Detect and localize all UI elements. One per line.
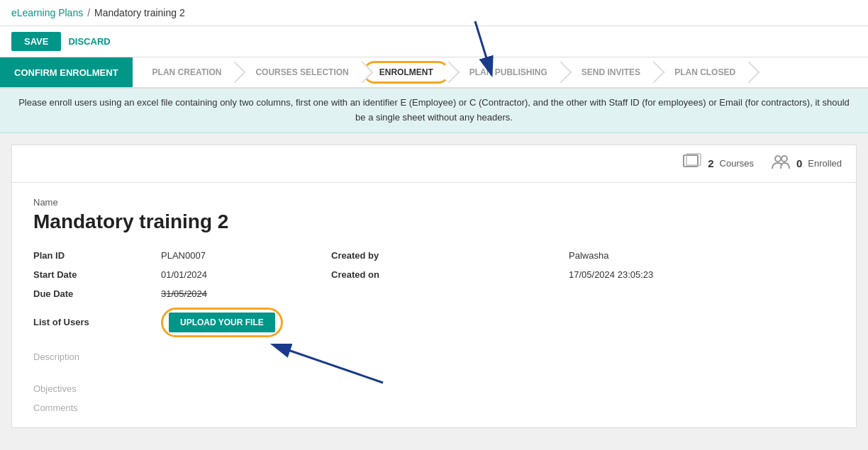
fields-grid: Plan ID PLAN0007 Created by Palwasha Sta…: [33, 250, 835, 337]
courses-label: Courses: [720, 158, 754, 169]
created-on-key: Created on: [303, 269, 569, 280]
enrolled-icon: [771, 153, 791, 174]
plan-id-val: PLAN0007: [161, 250, 303, 261]
enrolled-stat: 0 Enrolled: [771, 152, 842, 175]
created-by-key: Created by: [303, 250, 569, 261]
upload-wrapper: UPLOAD YOUR FILE: [161, 308, 303, 337]
detail-section: Name Mandatory training 2 Plan ID PLAN00…: [12, 183, 856, 427]
main-content: 2 Courses 0 Enrolled Name Mandatory trai: [11, 145, 857, 428]
step-send-invites[interactable]: SEND INVITES: [562, 60, 655, 84]
breadcrumb-current: Mandatory training 2: [94, 7, 185, 18]
courses-stat: 2 Courses: [682, 152, 754, 175]
steps-bar: CONFIRM ENROLMENT PLAN CREATION COURSES …: [0, 57, 868, 89]
enrolled-count: 0: [796, 157, 802, 169]
enrolment-highlight: ENROLMENT: [363, 61, 450, 84]
breadcrumb: eLearning Plans / Mandatory training 2: [11, 7, 185, 18]
list-of-users-key: List of Users: [33, 317, 161, 327]
breadcrumb-separator: /: [87, 7, 90, 18]
stats-bar: 2 Courses 0 Enrolled: [12, 145, 856, 183]
courses-count: 2: [708, 157, 713, 169]
svg-point-3: [781, 156, 787, 162]
created-on-val: 17/05/2024 23:05:23: [569, 269, 835, 280]
due-date-val: 31/05/2024: [161, 288, 303, 299]
step-courses-selection[interactable]: COURSES SELECTION: [235, 60, 362, 84]
upload-file-button[interactable]: UPLOAD YOUR FILE: [169, 313, 275, 332]
steps-list: PLAN CREATION COURSES SELECTION ENROLMEN…: [133, 60, 868, 84]
discard-button[interactable]: DISCARD: [68, 32, 110, 51]
name-label: Name: [33, 197, 835, 208]
start-date-key: Start Date: [33, 269, 161, 280]
objectives-label: Objectives: [33, 383, 835, 394]
description-label: Description: [33, 351, 835, 362]
step-plan-creation[interactable]: PLAN CREATION: [133, 60, 236, 84]
courses-icon: [682, 152, 702, 175]
enrolled-label: Enrolled: [808, 158, 842, 169]
step-enrolment[interactable]: ENROLMENT: [363, 60, 450, 84]
breadcrumb-link[interactable]: eLearning Plans: [11, 7, 83, 18]
info-message: Please enroll users using an excel file …: [18, 97, 850, 123]
save-button[interactable]: SAVE: [11, 32, 61, 51]
step-plan-publishing[interactable]: PLAN PUBLISHING: [450, 60, 562, 84]
top-bar: eLearning Plans / Mandatory training 2: [0, 0, 868, 26]
info-bar: Please enroll users using an excel file …: [0, 89, 868, 133]
action-bar: SAVE DISCARD: [0, 26, 868, 57]
step-plan-closed[interactable]: PLAN CLOSED: [655, 60, 750, 84]
comments-label: Comments: [33, 403, 835, 413]
svg-point-2: [775, 156, 781, 162]
created-by-val: Palwasha: [569, 250, 835, 261]
plan-id-key: Plan ID: [33, 250, 161, 261]
upload-circle: UPLOAD YOUR FILE: [161, 308, 283, 337]
plan-title: Mandatory training 2: [33, 210, 835, 233]
confirm-enrolment-button[interactable]: CONFIRM ENROLMENT: [0, 57, 133, 87]
due-date-key: Due Date: [33, 288, 161, 299]
start-date-val: 01/01/2024: [161, 269, 303, 280]
